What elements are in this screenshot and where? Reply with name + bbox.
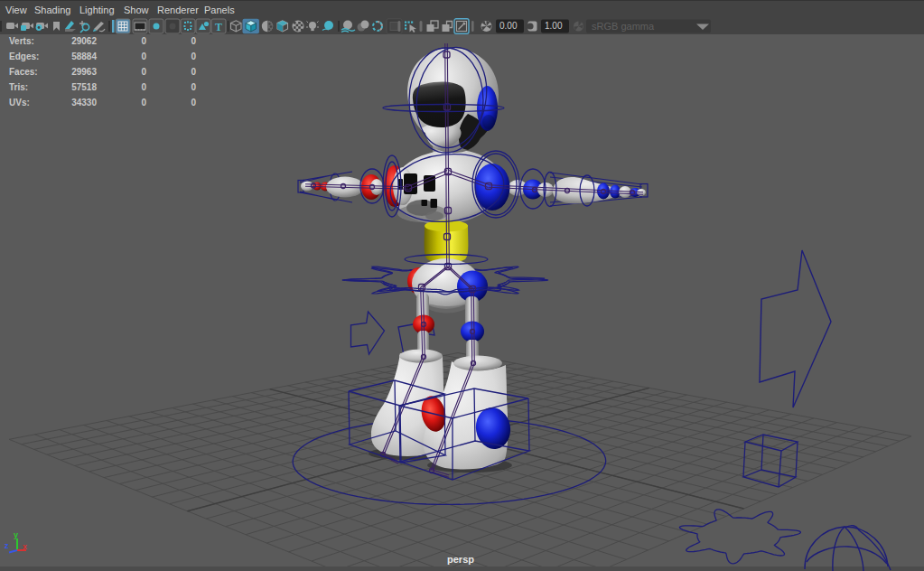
svg-text:y: y: [14, 530, 18, 539]
svg-text:T: T: [215, 21, 222, 33]
svg-text:sRGB gamma: sRGB gamma: [592, 21, 655, 32]
svg-text:x: x: [23, 542, 27, 551]
svg-text:0.00: 0.00: [499, 21, 518, 31]
svg-text:1.00: 1.00: [545, 21, 563, 31]
svg-text:z: z: [5, 541, 9, 550]
